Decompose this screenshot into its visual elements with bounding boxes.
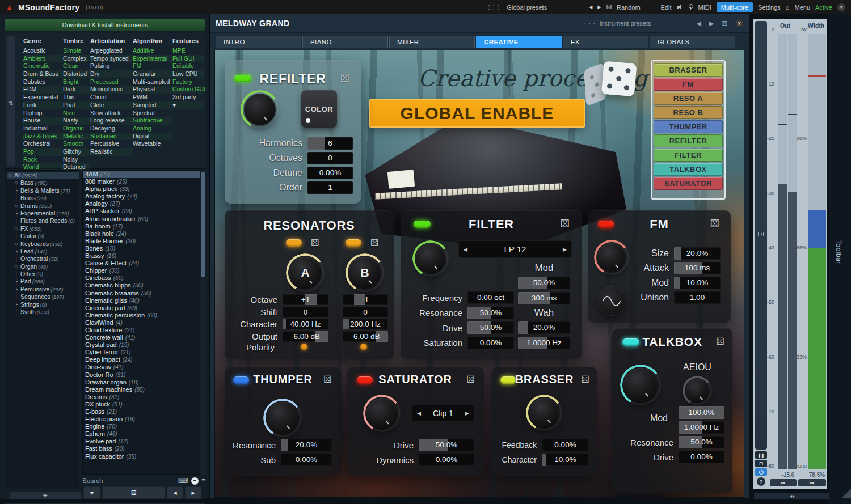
filter-item[interactable]: Arpeggiated	[90, 47, 133, 55]
parameter-value[interactable]: 50.0%	[679, 436, 724, 448]
parameter-value-a[interactable]: 0	[283, 307, 328, 317]
module-order-button[interactable]: THUMPER	[654, 120, 723, 133]
tree-item[interactable]: Brass (29)	[7, 194, 79, 202]
module-order-button[interactable]: RESO B	[654, 106, 723, 119]
preset-item[interactable]: Fast bass (20)	[83, 445, 200, 452]
preset-item[interactable]: Cinematic pad (60)	[83, 304, 200, 312]
selector-next-icon[interactable]: ▶	[465, 410, 469, 416]
tree-item[interactable]: Sequences (197)	[7, 293, 79, 300]
instrument-prev-button[interactable]: ◀	[697, 20, 701, 27]
filter-item[interactable]: Complex	[63, 55, 90, 63]
tree-item[interactable]: Keyboards (192)	[7, 240, 79, 248]
filter-item[interactable]: Ambient	[23, 55, 63, 63]
preset-scrollbar[interactable]	[201, 171, 205, 475]
sort-icon[interactable]: ⇅	[9, 100, 13, 107]
parameter-value[interactable]: 0.00%	[307, 167, 353, 179]
filter-item[interactable]: Hiphop	[23, 109, 63, 117]
tree-item[interactable]: Guitar (0)	[7, 232, 79, 240]
module-order-button[interactable]: BRASSER	[654, 63, 723, 77]
resonator-b-led[interactable]	[346, 239, 361, 247]
preset-item[interactable]: Alpha pluck (33)	[83, 185, 200, 193]
preset-item[interactable]: Doctor Ro (31)	[83, 371, 200, 379]
preset-item[interactable]: Black hole (24)	[83, 230, 200, 238]
preset-item[interactable]: Dreams (31)	[83, 393, 200, 401]
filter-item[interactable]: Pulsing	[90, 62, 133, 70]
filter-item[interactable]: Long release	[90, 117, 133, 125]
global-presets-button[interactable]: Global presets	[507, 4, 547, 11]
tree-item[interactable]: Orchestral (50)	[7, 255, 79, 262]
tab[interactable]: FX	[563, 36, 648, 48]
preset-item[interactable]: Cloud texture (24)	[83, 327, 200, 334]
scrollbar-thumb[interactable]	[201, 172, 205, 277]
meter-handle-left[interactable]: ◂▸	[770, 479, 797, 486]
preset-item[interactable]: Evolve pad (12)	[83, 438, 200, 445]
parameter-value[interactable]: 50.0%	[518, 277, 570, 289]
filter-item[interactable]: Orchestral	[23, 140, 63, 148]
filter-item[interactable]: Nice	[63, 109, 90, 117]
selector-next-icon[interactable]: ▶	[563, 247, 567, 252]
instrument-random-icon[interactable]: ⚄	[722, 20, 727, 27]
filter-item[interactable]: Dark	[63, 86, 90, 94]
speaker-icon[interactable]	[677, 4, 683, 10]
filter-item[interactable]: Noisy	[63, 156, 90, 164]
filter-item[interactable]: Sampled	[133, 101, 172, 109]
tab[interactable]: CREATIVE	[476, 36, 562, 48]
preset-item[interactable]: Dino-saw (41)	[83, 363, 200, 371]
parameter-value[interactable]: 50.0%	[467, 307, 514, 319]
preset-item[interactable]: Engine (70)	[83, 423, 200, 430]
tree-item[interactable]: Experimental (173)	[7, 210, 79, 217]
preset-item[interactable]: Ba-boom (17)	[83, 223, 200, 230]
parameter-value[interactable]: 0.00 oct	[467, 291, 514, 304]
filter-item[interactable]: Thin	[63, 94, 90, 101]
filter-item[interactable]: Spectral	[133, 109, 172, 117]
saturator-knob[interactable]	[366, 398, 397, 429]
random-button[interactable]: Random	[617, 4, 641, 11]
menu-button[interactable]: Menu	[795, 4, 811, 11]
midi-button[interactable]: MIDI	[698, 4, 711, 11]
filter-item[interactable]: Rock	[23, 156, 63, 164]
parameter-value[interactable]: 0.00%	[281, 454, 332, 466]
parameter-value-a[interactable]: -6.00 dB	[283, 331, 328, 342]
search-input[interactable]	[106, 477, 171, 485]
module-order-button[interactable]: SATURATOR	[654, 177, 723, 190]
parameter-value[interactable]: 0.00%	[467, 337, 514, 349]
filter-item[interactable]: Bright	[63, 78, 90, 86]
preset-item[interactable]: Blade Runner (20)	[83, 238, 200, 245]
filter-item[interactable]: Granular	[133, 70, 172, 78]
filter-item[interactable]: FM	[133, 62, 172, 70]
preset-item[interactable]: Bones (10)	[83, 245, 200, 252]
parameter-value-a[interactable]: 40.00 Hz	[283, 319, 328, 329]
preset-item[interactable]: 808 maker (25)	[83, 178, 200, 185]
preset-item[interactable]: E-bass (21)	[83, 408, 200, 416]
module-order-button[interactable]: TALKBOX	[654, 163, 723, 176]
pause-button[interactable]: ❚❚	[755, 451, 767, 459]
active-status[interactable]: Active	[815, 4, 832, 11]
preset-item[interactable]: Analog factory (74)	[83, 193, 200, 200]
next-preset-button[interactable]: ▶	[185, 486, 201, 499]
parameter-value[interactable]: 1.0000 Hz	[518, 337, 570, 349]
resonator-b-knob[interactable]: B	[349, 257, 381, 289]
preset-item[interactable]: Atmo soundmaker (60)	[83, 215, 200, 223]
tree-resize-handle[interactable]: ◂▸	[10, 492, 81, 499]
download-install-button[interactable]: Download & Install instruments	[5, 19, 205, 31]
filter-item[interactable]: Industrial	[23, 125, 63, 133]
filter-item[interactable]: Experimental	[133, 55, 172, 63]
tree-item[interactable]: FX (650)	[7, 225, 79, 232]
favorite-button[interactable]: ♥	[83, 486, 100, 499]
meter-help-icon[interactable]: ?	[757, 477, 765, 486]
filter-item[interactable]: Nasty	[63, 117, 90, 125]
parameter-value[interactable]: 0	[307, 152, 353, 164]
filter-item[interactable]: Wavetable	[133, 140, 172, 148]
preset-item[interactable]: Cinematic percussion (60)	[83, 312, 200, 319]
filter-item[interactable]: Experimental	[23, 94, 63, 101]
filter-item[interactable]: Dubstep	[23, 78, 63, 86]
parameter-value-b[interactable]: -1	[343, 294, 388, 305]
module-order-button[interactable]: REFILTER	[654, 134, 723, 147]
parameter-value[interactable]: 50.0%	[419, 439, 474, 451]
filter-item[interactable]: Dry	[90, 70, 133, 78]
tab[interactable]: MIXER	[389, 36, 475, 48]
parameter-value[interactable]: 100.0%	[679, 406, 724, 419]
global-enable-button[interactable]: GLOBAL ENABLE	[369, 99, 585, 128]
randomize-dice-icon[interactable]: ⚄	[466, 374, 475, 385]
meter-handle-right[interactable]: ◂▸	[798, 479, 826, 486]
